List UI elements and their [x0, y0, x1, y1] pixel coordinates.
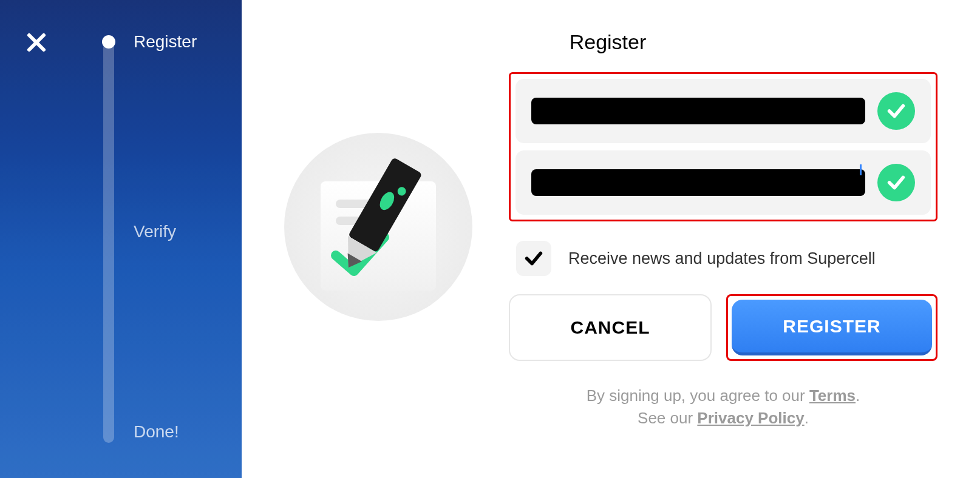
register-button[interactable]: REGISTER [732, 300, 932, 355]
main-panel: Register [242, 0, 980, 478]
step-verify: Verify [97, 222, 176, 241]
newsletter-label: Receive news and updates from Supercell [568, 249, 876, 268]
close-icon[interactable] [22, 28, 51, 57]
register-illustration-icon [278, 127, 478, 327]
footer-line1-prefix: By signing up, you agree to our [587, 386, 809, 405]
page-title: Register [278, 30, 937, 54]
valid-check-icon [877, 92, 915, 130]
input-row-1 [516, 79, 931, 143]
step-label: Done! [134, 422, 179, 442]
form-area: Receive news and updates from Supercell … [509, 72, 937, 428]
step-register: Register [97, 30, 197, 53]
privacy-link[interactable]: Privacy Policy [697, 409, 804, 427]
input-row-2 [516, 150, 931, 215]
terms-link[interactable]: Terms [809, 386, 856, 405]
cancel-button-label: CANCEL [571, 317, 650, 338]
sidebar: Register Verify Done! [0, 0, 242, 478]
email-field[interactable] [531, 98, 865, 124]
footer-line2-prefix: See our [638, 409, 697, 427]
step-done: Done! [97, 422, 179, 442]
step-label: Register [134, 32, 197, 52]
inputs-highlight [509, 72, 937, 221]
stepper-track [103, 42, 114, 443]
newsletter-checkbox[interactable] [516, 241, 551, 276]
footer-text: By signing up, you agree to our Terms. S… [509, 386, 937, 428]
footer-line1-suffix: . [856, 386, 860, 405]
confirm-email-field[interactable] [531, 169, 865, 196]
register-button-label: REGISTER [783, 316, 880, 337]
button-row: CANCEL REGISTER [509, 294, 937, 361]
footer-line2-suffix: . [805, 409, 809, 427]
valid-check-icon [877, 164, 915, 201]
step-dot-active-icon [97, 30, 120, 53]
newsletter-row: Receive news and updates from Supercell [509, 234, 937, 294]
step-label: Verify [134, 222, 176, 241]
register-highlight: REGISTER [726, 294, 937, 361]
cancel-button[interactable]: CANCEL [509, 294, 712, 361]
